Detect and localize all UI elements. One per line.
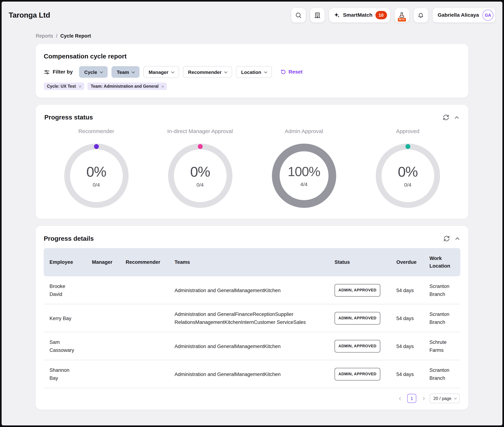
filter-chip-team[interactable]: Team: Administration and General × [87, 83, 167, 90]
cell-employee: Sam Cassowary [44, 338, 86, 354]
progress-dot [198, 144, 202, 149]
cell-teams: Administration and GeneralManagementKitc… [169, 342, 329, 350]
progress-dot [94, 144, 99, 149]
cell-work-location: Scranton Branch [424, 282, 460, 298]
smartmatch-label: SmartMatch [343, 12, 372, 18]
cell-work-location: Scranton Branch [424, 310, 460, 326]
notifications-button[interactable] [414, 8, 428, 22]
next-page-button[interactable] [420, 396, 426, 401]
column-work-location: Work Location [424, 255, 460, 270]
chevron-down-icon [264, 70, 267, 73]
table-row: Sam Cassowary Administration and General… [44, 332, 460, 360]
cell-work-location: Schrute Farms [424, 338, 460, 354]
chevron-up-icon [454, 114, 460, 120]
filter-location-dropdown[interactable]: Location [236, 66, 272, 78]
table-header-row: Employee Manager Recommender Teams Statu… [44, 248, 460, 276]
flask-icon [399, 12, 405, 18]
filter-by-label: Filter by [44, 69, 73, 75]
progress-dot [405, 144, 410, 149]
cell-work-location: Scranton Branch [424, 366, 460, 382]
chevron-down-icon [100, 70, 103, 73]
refresh-button[interactable] [443, 236, 450, 242]
top-bar: Taronga Ltd SmartMatch 10 BETA Gabriella [2, 2, 502, 29]
progress-details-title: Progress details [44, 235, 94, 242]
beta-badge: BETA [398, 18, 406, 21]
table-row: Brooke David Administration and GeneralM… [44, 276, 460, 304]
donut-chart: 0% 0/4 [376, 144, 440, 208]
progress-details-card: Progress details Employee Manager Recomm… [36, 226, 468, 410]
breadcrumb-current: Cycle Report [60, 33, 91, 39]
gauge-percent: 0% [86, 164, 106, 180]
cell-employee: Brooke David [44, 282, 86, 298]
collapse-button[interactable] [454, 236, 460, 242]
report-title: Compensation cycle report [44, 53, 460, 60]
filter-team-dropdown[interactable]: Team [112, 66, 140, 78]
top-bar-actions: SmartMatch 10 BETA Gabriella Alicaya GA [291, 8, 495, 22]
column-manager: Manager [86, 258, 120, 266]
gauge-indirect-manager-approval: In-direct Manager Approval 0% 0/4 [148, 128, 252, 208]
progress-status-title: Progress status [44, 114, 93, 121]
smartmatch-button[interactable]: SmartMatch 10 [329, 8, 390, 22]
pagination: 1 20 / page [44, 394, 460, 403]
refresh-icon [443, 236, 450, 242]
cell-overdue: 54 days [390, 286, 424, 294]
search-icon [295, 12, 302, 18]
breadcrumb-reports[interactable]: Reports [36, 33, 53, 39]
status-badge: ADMIN, APPROVED [334, 284, 380, 297]
donut-chart: 0% 0/4 [64, 144, 128, 208]
organization-button[interactable] [310, 8, 325, 22]
cell-teams: Administration and GeneralManagementKitc… [169, 370, 329, 378]
previous-page-button[interactable] [398, 396, 403, 401]
filter-cycle-dropdown[interactable]: Cycle [79, 66, 108, 78]
donut-chart: 0% 0/4 [168, 144, 232, 208]
current-page[interactable]: 1 [407, 394, 417, 403]
avatar: GA [482, 10, 493, 21]
cell-employee: Kerry Bay [44, 314, 86, 322]
bell-icon [418, 12, 424, 18]
cell-employee: Shannon Bay [44, 366, 86, 382]
viewport: Taronga Ltd SmartMatch 10 BETA Gabriella [0, 0, 504, 427]
filter-chip-cycle[interactable]: Cycle: UX Test × [44, 83, 84, 90]
cell-overdue: 54 days [390, 314, 424, 322]
refresh-button[interactable] [443, 114, 449, 121]
donut-chart: 100% 4/4 [272, 144, 336, 208]
user-name: Gabriella Alicaya [438, 12, 479, 18]
page-size-select[interactable]: 20 / page [430, 394, 460, 403]
page-size-value: 20 / page [433, 396, 451, 401]
active-filter-chips: Cycle: UX Test × Team: Administration an… [44, 83, 460, 90]
labs-beta-button[interactable]: BETA [395, 8, 409, 22]
gauge-label: In-direct Manager Approval [167, 128, 233, 135]
remove-chip-icon[interactable]: × [79, 84, 81, 89]
column-teams: Teams [169, 258, 329, 266]
main-content: Compensation cycle report Filter by Cycl… [2, 39, 502, 410]
status-badge: ADMIN, APPROVED [334, 340, 380, 352]
app-frame: Taronga Ltd SmartMatch 10 BETA Gabriella [0, 0, 504, 427]
cell-status: ADMIN, APPROVED [329, 312, 390, 324]
chevron-left-icon [399, 397, 402, 400]
gauge-fraction: 4/4 [300, 182, 308, 187]
remove-chip-icon[interactable]: × [162, 84, 164, 89]
progress-status-card: Progress status Recommender 0% [36, 105, 468, 219]
reset-filters-button[interactable]: Reset [280, 69, 302, 75]
filter-recommender-dropdown[interactable]: Recommender [183, 66, 232, 78]
chevron-down-icon [454, 397, 457, 399]
column-employee: Employee [44, 258, 86, 266]
gauge-recommender: Recommender 0% 0/4 [44, 128, 148, 208]
search-button[interactable] [291, 8, 306, 22]
gauge-label: Admin Approval [285, 128, 323, 135]
cell-status: ADMIN, APPROVED [329, 368, 390, 380]
gauge-percent: 0% [190, 164, 210, 180]
building-icon [314, 12, 321, 18]
status-badge: ADMIN, APPROVED [334, 368, 380, 380]
table-row: Shannon Bay Administration and GeneralMa… [44, 360, 460, 388]
gauge-fraction: 0/4 [93, 182, 100, 188]
reset-icon [280, 69, 286, 75]
cell-teams: Administration and GeneralFinanceRecepti… [169, 310, 329, 326]
column-status: Status [329, 258, 390, 266]
status-badge: ADMIN, APPROVED [334, 312, 380, 324]
collapse-button[interactable] [454, 114, 460, 120]
cell-overdue: 54 days [390, 370, 424, 378]
gauge-percent: 100% [288, 164, 320, 179]
profile-menu[interactable]: Gabriella Alicaya GA [433, 8, 495, 22]
filter-manager-dropdown[interactable]: Manager [143, 66, 179, 78]
